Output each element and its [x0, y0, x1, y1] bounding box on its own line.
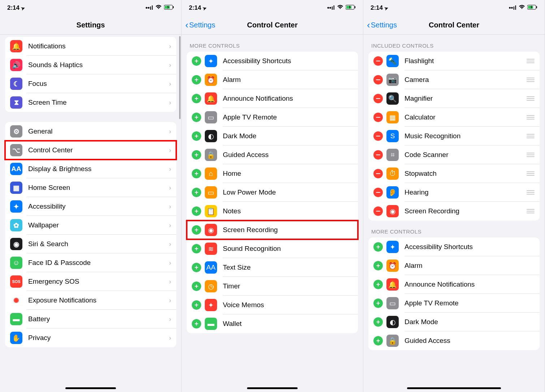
remove-button[interactable]: [373, 131, 383, 141]
control-row-announce-notifications: + 🔔 Announce Notifications: [368, 275, 540, 294]
add-button[interactable]: +: [192, 319, 201, 328]
add-button[interactable]: +: [373, 299, 383, 308]
alarm-icon: ⏰: [205, 74, 217, 86]
add-button[interactable]: +: [192, 263, 201, 272]
drag-handle-icon[interactable]: [527, 209, 535, 213]
settings-row-accessibility[interactable]: ✦ Accessibility ›: [5, 197, 176, 216]
add-button[interactable]: +: [192, 206, 201, 216]
add-button[interactable]: +: [192, 113, 201, 122]
row-label: Code Scanner: [405, 151, 524, 159]
back-button[interactable]: ‹ Settings: [185, 19, 215, 31]
settings-row-home-screen[interactable]: ▦ Home Screen ›: [5, 178, 176, 197]
home-indicator[interactable]: [65, 387, 116, 389]
settings-row-notifications[interactable]: 🔔 Notifications ›: [5, 37, 176, 56]
remove-button[interactable]: [373, 113, 383, 122]
dark-mode-icon: ◐: [386, 316, 399, 328]
settings-row-emergency-sos[interactable]: SOS Emergency SOS ›: [5, 272, 176, 291]
add-button[interactable]: +: [373, 280, 383, 289]
add-button[interactable]: +: [192, 75, 201, 84]
add-button[interactable]: +: [373, 336, 383, 345]
drag-handle-icon[interactable]: [527, 153, 535, 157]
chevron-right-icon: ›: [169, 334, 171, 342]
add-button[interactable]: +: [192, 282, 201, 291]
svg-rect-8: [536, 6, 537, 8]
settings-row-sounds-haptics[interactable]: 🔊 Sounds & Haptics ›: [5, 56, 176, 74]
drag-handle-icon[interactable]: [527, 115, 535, 119]
settings-row-face-id[interactable]: ☺ Face ID & Passcode ›: [5, 253, 176, 272]
drag-handle-icon[interactable]: [527, 78, 535, 82]
add-button[interactable]: +: [192, 131, 201, 141]
back-label: Settings: [189, 21, 215, 29]
control-row-flashlight: 🔦 Flashlight: [368, 52, 540, 70]
add-button[interactable]: +: [192, 150, 201, 160]
add-button[interactable]: +: [192, 244, 201, 253]
control-row-notes: + 📋 Notes: [187, 202, 358, 221]
svg-rect-2: [173, 6, 174, 8]
settings-row-exposure[interactable]: ✺ Exposure Notifications ›: [5, 291, 176, 310]
settings-row-focus[interactable]: ☾ Focus ›: [5, 74, 176, 93]
remove-button[interactable]: [373, 75, 383, 84]
settings-row-siri-search[interactable]: ◉ Siri & Search ›: [5, 235, 176, 253]
drag-handle-icon[interactable]: [527, 96, 535, 101]
row-label: Notes: [223, 207, 353, 215]
add-button[interactable]: +: [192, 300, 201, 310]
remove-button[interactable]: [373, 94, 383, 103]
notifications-icon: 🔔: [10, 40, 22, 52]
add-button[interactable]: +: [192, 56, 201, 66]
settings-row-general[interactable]: ⚙ General ›: [5, 122, 176, 141]
row-label: Accessibility: [28, 202, 169, 210]
page-title: Control Center: [429, 21, 479, 29]
settings-row-display-brightness[interactable]: AA Display & Brightness ›: [5, 160, 176, 178]
add-button[interactable]: +: [192, 169, 201, 178]
add-button[interactable]: +: [373, 242, 383, 252]
guided-access-icon: 🔒: [205, 149, 217, 161]
low-power-icon: ▭: [205, 186, 217, 199]
add-button[interactable]: +: [192, 94, 201, 103]
notes-icon: 📋: [205, 205, 217, 217]
music-recognition-icon: S: [386, 130, 399, 142]
remove-button[interactable]: [373, 188, 383, 197]
drag-handle-icon[interactable]: [527, 171, 535, 176]
screen-time-icon: ⧗: [10, 96, 22, 109]
add-button[interactable]: +: [373, 261, 383, 270]
drag-handle-icon[interactable]: [527, 190, 535, 195]
remove-button[interactable]: [373, 150, 383, 160]
row-label: Guided Access: [223, 151, 353, 159]
settings-row-screen-time[interactable]: ⧗ Screen Time ›: [5, 93, 176, 112]
settings-row-battery[interactable]: ▬ Battery ›: [5, 310, 176, 328]
drag-handle-icon[interactable]: [527, 59, 535, 63]
chevron-right-icon: ›: [169, 165, 171, 173]
row-label: Magnifier: [405, 95, 524, 103]
status-time: 2:14: [189, 4, 201, 12]
row-label: Siri & Search: [28, 240, 169, 248]
add-button[interactable]: +: [373, 317, 383, 327]
wifi-icon: [337, 4, 343, 12]
nav-bar: ‹ Settings Control Center: [182, 16, 363, 35]
hearing-icon: 👂: [386, 186, 399, 199]
sound-recognition-icon: ≋: [205, 243, 217, 255]
emergency-sos-icon: SOS: [10, 275, 22, 288]
row-label: Face ID & Passcode: [28, 259, 169, 267]
drag-handle-icon[interactable]: [527, 134, 535, 138]
focus-icon: ☾: [10, 78, 22, 90]
back-button[interactable]: ‹ Settings: [367, 19, 397, 31]
remove-button[interactable]: [373, 169, 383, 178]
wifi-icon: [519, 4, 525, 12]
settings-row-control-center[interactable]: ⌥ Control Center ›: [5, 141, 176, 160]
row-label: Voice Memos: [223, 301, 353, 309]
add-button[interactable]: +: [192, 188, 201, 197]
add-button[interactable]: +: [192, 225, 201, 235]
home-indicator[interactable]: [407, 387, 501, 389]
remove-button[interactable]: [373, 56, 383, 66]
chevron-right-icon: ›: [169, 203, 171, 210]
scrollbar[interactable]: [179, 36, 181, 119]
text-size-icon: AA: [205, 261, 217, 274]
remove-button[interactable]: [373, 206, 383, 216]
status-time: 2:14: [371, 4, 383, 12]
control-row-screen-recording: + ◉ Screen Recording: [187, 221, 358, 239]
settings-row-privacy[interactable]: ✋ Privacy ›: [5, 328, 176, 347]
home-indicator[interactable]: [247, 387, 298, 389]
settings-row-wallpaper[interactable]: ✿ Wallpaper ›: [5, 216, 176, 235]
status-bar: 2:14 ➤ ••ıl: [0, 0, 181, 16]
row-label: Sound Recognition: [223, 245, 353, 253]
